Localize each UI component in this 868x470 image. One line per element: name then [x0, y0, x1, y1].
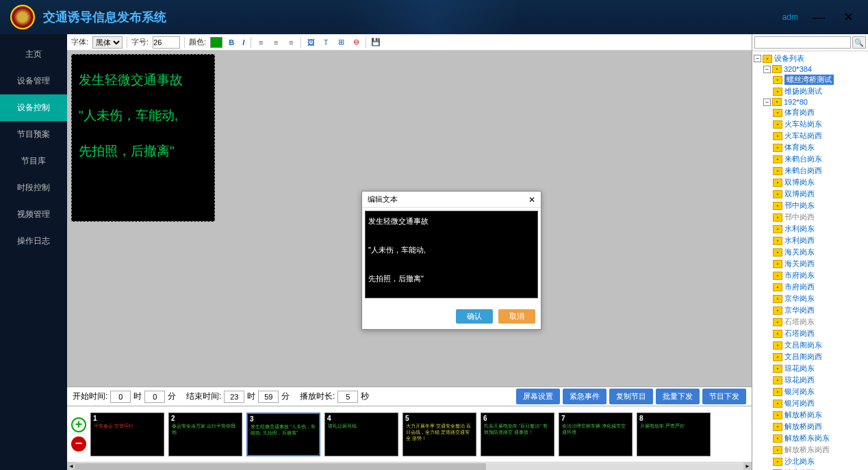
start-hour-input[interactable]: [110, 391, 131, 403]
sidebar-item-7[interactable]: 操作日志: [0, 228, 67, 254]
tree-node[interactable]: ▪京华岗东: [754, 293, 867, 304]
device-search-button[interactable]: 🔍: [852, 36, 866, 49]
tree-label[interactable]: 琼花岗东: [784, 363, 815, 374]
tree-label[interactable]: 市府岗东: [784, 270, 815, 280]
thumbnail-scrollbar[interactable]: ◄ ►: [67, 462, 752, 470]
tree-node[interactable]: ▪邗中岗东: [754, 200, 867, 211]
image-icon[interactable]: 🖼: [305, 37, 316, 48]
tree-toggle-icon[interactable]: −: [763, 66, 771, 73]
delete-slide-button[interactable]: −: [71, 436, 86, 452]
tree-label[interactable]: 体育岗东: [784, 142, 815, 153]
tree-node[interactable]: ▪火车站岗西: [754, 130, 867, 142]
tree-node[interactable]: −▪192*80: [754, 97, 867, 107]
tree-toggle-icon[interactable]: −: [754, 55, 761, 62]
font-size-input[interactable]: [153, 36, 180, 49]
thumbnail-4[interactable]: 4请礼让斑马线: [324, 413, 398, 456]
tree-node[interactable]: ▪解放桥东岗西: [754, 444, 867, 456]
tree-label[interactable]: 维扬岗测试: [784, 86, 822, 96]
thumbnail-6[interactable]: 6扎实开展电动车 "百日整治" 有效预防道路交 通事故！: [481, 413, 554, 456]
tree-node[interactable]: ▪螺丝湾桥测试: [754, 74, 867, 86]
tree-node[interactable]: ▪石塔岗东: [754, 316, 867, 328]
bold-button[interactable]: B: [227, 38, 236, 47]
tree-node[interactable]: ▪解放桥岗东: [754, 409, 867, 421]
tree-label[interactable]: 沙北岗东: [784, 456, 815, 467]
user-label[interactable]: adm: [782, 12, 798, 22]
tree-label[interactable]: 设备列表: [774, 53, 804, 64]
thumbnail-2[interactable]: 2春运安全连万家 出行平安你我他: [168, 413, 242, 456]
tree-node[interactable]: −▪设备列表: [754, 53, 867, 64]
tree-label[interactable]: 石塔岗东: [784, 317, 815, 327]
close-button[interactable]: ✕: [839, 8, 858, 26]
device-search-input[interactable]: [754, 36, 851, 49]
tree-node[interactable]: ▪双博岗西: [754, 188, 867, 200]
program-send-button[interactable]: 节目下发: [702, 389, 746, 404]
tree-label[interactable]: 解放桥东岗东: [784, 433, 830, 443]
sign-preview[interactable]: 发生轻微交通事故 "人未伤，车能动, 先拍照，后撤离": [71, 54, 215, 222]
align-right-icon[interactable]: ≡: [285, 37, 296, 48]
tree-label[interactable]: 海关岗西: [784, 259, 815, 269]
sidebar-item-4[interactable]: 节目库: [0, 148, 67, 174]
sidebar-item-1[interactable]: 设备管理: [0, 68, 67, 94]
tree-node[interactable]: ▪水利岗东: [754, 223, 867, 235]
tree-label[interactable]: 解放桥岗西: [784, 421, 822, 432]
end-min-input[interactable]: [258, 391, 279, 403]
emergency-button[interactable]: 紧急事件: [563, 389, 607, 404]
tree-node[interactable]: ▪体育岗东: [754, 142, 867, 153]
tree-node[interactable]: ▪海关岗西: [754, 258, 867, 270]
tree-label[interactable]: 文昌阁岗东: [784, 340, 822, 350]
sidebar-item-2[interactable]: 设备控制: [0, 94, 67, 121]
tree-node[interactable]: ▪沙北岗东: [754, 456, 867, 467]
tree-label[interactable]: 银河岗西: [784, 398, 815, 408]
dialog-ok-button[interactable]: 确认: [456, 309, 493, 324]
tree-label[interactable]: 邗中岗西: [784, 212, 815, 222]
tree-label[interactable]: 192*80: [784, 98, 808, 106]
thumbnail-7[interactable]: 7依法治理非标车辆 净化城市交通环境: [559, 413, 633, 456]
save-icon[interactable]: 💾: [370, 37, 381, 48]
tree-node[interactable]: ▪来鹤台岗西: [754, 165, 867, 177]
dialog-close-button[interactable]: ✕: [528, 195, 535, 205]
copy-program-button[interactable]: 复制节目: [609, 389, 653, 404]
font-select[interactable]: 黑体: [92, 36, 123, 49]
tree-node[interactable]: ▪文昌阁岗东: [754, 339, 867, 351]
tree-label[interactable]: 火车站岗西: [784, 131, 822, 141]
tree-label[interactable]: 来鹤台岗西: [784, 166, 822, 176]
tree-label[interactable]: 琼花岗西: [784, 375, 815, 385]
tree-label[interactable]: 海关岗东: [784, 247, 815, 257]
thumbnail-3[interactable]: 3发生轻微交通事故 "人未伤，车能动, 先拍照，后撤离": [246, 413, 320, 456]
sidebar-item-3[interactable]: 节目预案: [0, 121, 67, 148]
delete-icon[interactable]: ⊖: [350, 37, 361, 48]
tree-node[interactable]: ▪市府岗西: [754, 281, 867, 293]
thumbnail-8[interactable]: 8开展电动车 严查严控: [637, 413, 711, 456]
tree-node[interactable]: ▪银河岗西: [754, 397, 867, 409]
tree-node[interactable]: −▪320*384: [754, 64, 867, 74]
tree-label[interactable]: 市府岗西: [784, 282, 815, 292]
layout-icon[interactable]: ⊞: [335, 37, 346, 48]
sidebar-item-6[interactable]: 视频管理: [0, 201, 67, 228]
tree-label[interactable]: 解放桥东岗西: [784, 445, 830, 455]
tree-node[interactable]: ▪沙北岗西: [754, 467, 867, 470]
canvas-area[interactable]: 发生轻微交通事故 "人未伤，车能动, 先拍照，后撤离" 编辑文本 ✕ 确认: [67, 51, 752, 387]
tree-node[interactable]: ▪维扬岗测试: [754, 86, 867, 97]
tree-node[interactable]: ▪火车站岗东: [754, 118, 867, 130]
tree-label[interactable]: 京华岗东: [784, 293, 815, 304]
tree-label[interactable]: 文昌阁岗西: [784, 352, 822, 362]
text-icon[interactable]: T: [320, 37, 331, 48]
tree-label[interactable]: 320*384: [784, 65, 812, 73]
tree-node[interactable]: ▪海关岗东: [754, 246, 867, 258]
minimize-button[interactable]: —: [808, 9, 829, 26]
tree-label[interactable]: 螺丝湾桥测试: [784, 75, 834, 85]
tree-toggle-icon[interactable]: −: [763, 99, 771, 106]
tree-label[interactable]: 解放桥岗东: [784, 410, 822, 420]
screen-settings-button[interactable]: 屏幕设置: [516, 389, 560, 404]
thumbnail-1[interactable]: 1平安春运 交警同行: [90, 413, 164, 456]
end-hour-input[interactable]: [224, 391, 244, 403]
tree-node[interactable]: ▪体育岗西: [754, 107, 867, 118]
tree-node[interactable]: ▪市府岗东: [754, 270, 867, 281]
tree-label[interactable]: 邗中岗东: [784, 200, 815, 211]
sidebar-item-0[interactable]: 主页: [0, 41, 67, 68]
thumbnail-5[interactable]: 5大力开展冬季 交通安全整治 百日会战，全力稳 定道路交通安全 形势！: [403, 413, 476, 456]
tree-label[interactable]: 火车站岗东: [784, 119, 822, 129]
sidebar-item-5[interactable]: 时段控制: [0, 174, 67, 201]
tree-label[interactable]: 石塔岗西: [784, 328, 815, 339]
tree-label[interactable]: 银河岗东: [784, 387, 815, 397]
